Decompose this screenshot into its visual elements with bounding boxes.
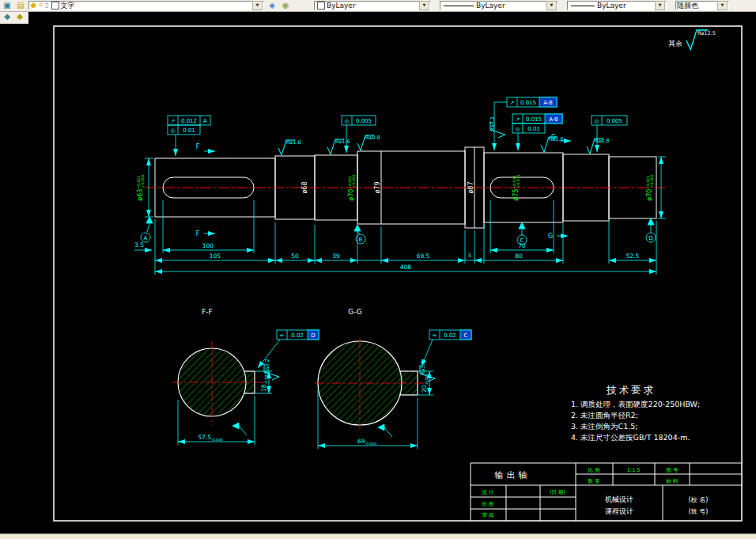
tech-title: 技术要求 bbox=[606, 384, 656, 396]
section-ff bbox=[172, 341, 264, 425]
cut-g-top: G bbox=[551, 134, 556, 141]
datum-a: A bbox=[144, 235, 148, 241]
datum-letters: A B C D bbox=[144, 235, 653, 244]
make-object-layer-current-icon[interactable]: ◈ bbox=[266, 1, 278, 10]
frame9-datum: C bbox=[464, 332, 468, 339]
material-label: 材 料 bbox=[665, 478, 679, 484]
toolbar-row-2: ◆ ◆ bbox=[0, 12, 28, 24]
org-line-1: 机械设计 bbox=[605, 495, 633, 503]
layer-manager-icon[interactable]: ▤ bbox=[15, 1, 26, 10]
drawing-canvas: 3.5 100 105 50 39 69.5 5 80 70 52.5 408 … bbox=[0, 0, 756, 539]
section-gg-label: G-G bbox=[348, 308, 362, 316]
layer-dropdown[interactable]: ● ☼ ▯ 文字 ▼ bbox=[28, 1, 264, 10]
dia-79: ø79 bbox=[374, 181, 381, 193]
scale-value: 1:1.5 bbox=[627, 467, 641, 473]
dim-50: 50 bbox=[291, 252, 299, 260]
frame8-symbol: = bbox=[280, 332, 285, 339]
frame7-value: 0.005 bbox=[607, 118, 622, 124]
plotstyle-dropdown[interactable]: 随颜色 ▼ bbox=[675, 1, 729, 10]
dia-75: ø75+0.030+0.011 bbox=[512, 174, 520, 201]
color-dropdown[interactable]: ByLayer ▼ bbox=[314, 1, 431, 10]
lineweight-dropdown-arrow[interactable]: ▼ bbox=[655, 1, 665, 10]
review-label: 审 阅 bbox=[482, 512, 493, 518]
dim-57-5: 57.5-0.030 bbox=[198, 434, 222, 442]
title-block-texts: 输出轴 机械设计 课程设计 (校 名) (班 号) bbox=[495, 470, 709, 515]
frame9-value: 0.02 bbox=[444, 332, 456, 339]
tech-line-3: 3. 未注倒角为C1.5; bbox=[571, 422, 638, 431]
current-color-swatch bbox=[317, 2, 325, 9]
dim-39: 39 bbox=[332, 252, 340, 260]
date-label: (日 期) bbox=[550, 489, 565, 495]
roughness-value: Ra0.8 bbox=[595, 138, 610, 144]
general-roughness-value: Ra12.5 bbox=[697, 30, 716, 36]
command-bar-edge bbox=[0, 533, 756, 539]
frame3-symbol: ◎ bbox=[344, 118, 349, 124]
datum-d: D bbox=[648, 235, 652, 241]
frame7-symbol: ◎ bbox=[594, 118, 599, 124]
section-ff-label: F-F bbox=[202, 308, 213, 316]
frame4-datum: A-B bbox=[543, 100, 553, 106]
dim-80: 80 bbox=[515, 252, 523, 260]
dim-5: 5 bbox=[468, 252, 471, 259]
current-linetype-value: ByLayer bbox=[476, 2, 505, 9]
linetype-dropdown-arrow[interactable]: ▼ bbox=[546, 1, 557, 10]
section-gg bbox=[315, 339, 427, 429]
frame5-datum: A-B bbox=[549, 116, 558, 123]
dia-63: ø63+0.021+0.002 bbox=[137, 174, 145, 201]
sheet-frame bbox=[54, 26, 742, 521]
cut-g-bottom: G bbox=[548, 233, 553, 240]
dim-52-5: 52.5 bbox=[626, 252, 640, 260]
dim-105: 105 bbox=[210, 252, 221, 260]
part-name: 输出轴 bbox=[495, 470, 531, 480]
roughness-value: Ra0.8 bbox=[365, 135, 380, 141]
dim-69: 69-0.030 bbox=[357, 438, 376, 446]
frame4-value: 0.015 bbox=[520, 100, 536, 106]
layer-dropdown-arrow[interactable]: ▼ bbox=[252, 1, 263, 10]
frame5-value: 0.015 bbox=[526, 116, 542, 123]
frame4-symbol: ↗ bbox=[510, 100, 515, 106]
lineweight-sample-icon bbox=[571, 6, 595, 6]
dimension-texts: 3.5 100 105 50 39 69.5 5 80 70 52.5 408 bbox=[134, 241, 640, 271]
frame6-symbol: ◎ bbox=[515, 126, 520, 132]
lineweight-dropdown[interactable]: ByLayer ▼ bbox=[567, 1, 667, 10]
frame5-symbol: ↗ bbox=[516, 116, 520, 123]
linetype-dropdown[interactable]: ByLayer ▼ bbox=[440, 1, 558, 10]
frame1-datum: A bbox=[203, 118, 207, 124]
dia-70-right: ø70+0.021+0.002 bbox=[646, 174, 654, 201]
datum-b: B bbox=[359, 237, 363, 243]
roughness-value: Ra1.6 bbox=[335, 139, 350, 145]
roughness-marks: Ra1.6 Ra1.6 Ra0.8 Ra3.2 Ra1.6 Ra0.8 Ra3.… bbox=[264, 116, 610, 381]
dim-408: 408 bbox=[400, 264, 412, 271]
tech-line-4: 4. 未注尺寸公差按GB/T 18204-m. bbox=[571, 433, 690, 442]
sw-isometric-view-icon[interactable]: ◆ bbox=[2, 12, 13, 21]
class-number: (班 号) bbox=[689, 508, 709, 515]
plotstyle-dropdown-arrow[interactable]: ▼ bbox=[717, 1, 728, 10]
se-isometric-view-icon[interactable]: ◆ bbox=[14, 12, 25, 21]
layer-previous-icon[interactable]: ◉ bbox=[280, 1, 291, 10]
dim-100: 100 bbox=[202, 242, 214, 249]
frame1-symbol: ↗ bbox=[171, 118, 176, 124]
frame3-value: 0.005 bbox=[356, 118, 372, 124]
tech-requirements: 技术要求 1. 调质处理，表面硬度220-250HBW; 2. 未注圆角半径R2… bbox=[571, 384, 700, 442]
dia-68: ø68 bbox=[301, 181, 308, 193]
cut-f-bottom: F bbox=[196, 230, 200, 237]
frame8-datum: D bbox=[311, 332, 315, 339]
toolbar: ▣ ▤ ● ☼ ▯ 文字 ▼ ◈ ◉ ByLayer ▼ ByLayer ▼ B… bbox=[0, 0, 756, 12]
current-lineweight-value: ByLayer bbox=[597, 2, 626, 9]
frame9-symbol: = bbox=[433, 332, 437, 339]
layer-lock-icon: ▯ bbox=[45, 2, 48, 9]
frame8-value: 0.02 bbox=[291, 332, 304, 339]
current-plotstyle-value: 随颜色 bbox=[677, 1, 698, 11]
dwgno-label: 图 号 bbox=[666, 467, 679, 473]
layer-properties-icon[interactable]: ▣ bbox=[2, 1, 13, 10]
roughness-value: Ra3.2 bbox=[420, 360, 426, 375]
school-name: (校 名) bbox=[689, 496, 709, 503]
draft-label: 绘 图 bbox=[482, 501, 493, 507]
dim-3-5: 3.5 bbox=[134, 241, 144, 249]
color-dropdown-arrow[interactable]: ▼ bbox=[419, 1, 429, 10]
general-roughness-prefix: 其余 bbox=[668, 40, 682, 47]
design-label: 设 计 bbox=[482, 489, 494, 495]
org-line-2: 课程设计 bbox=[605, 507, 633, 515]
scale-label: 比 例 bbox=[588, 467, 599, 473]
linetype-sample-icon bbox=[444, 6, 474, 6]
